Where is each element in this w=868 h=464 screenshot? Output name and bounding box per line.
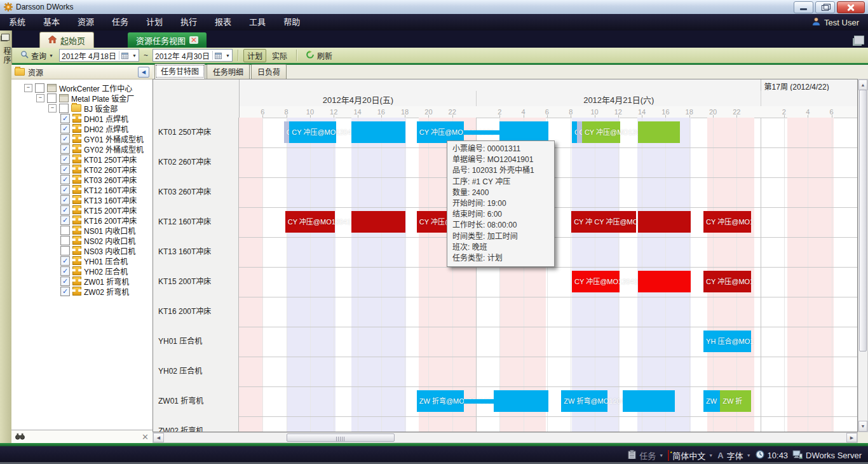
tree-checkbox[interactable]: ✓ — [60, 185, 70, 194]
statusbar-item-clock[interactable]: 10:43 — [756, 450, 789, 461]
gantt-task-bar[interactable]: CY 冲压@MO1 — [703, 211, 751, 233]
tree-item[interactable]: ✓KT03 260T冲床 — [11, 174, 153, 184]
gantt-tab[interactable]: 任务甘特图 — [154, 64, 205, 79]
calendar-icon[interactable] — [119, 51, 130, 60]
tab-resource-task-view[interactable]: 资源任务视图 ✕ — [128, 32, 207, 48]
tree-item[interactable]: −WorkCenter 工作中心 — [11, 83, 153, 93]
tree-checkbox[interactable]: ✓ — [60, 266, 70, 276]
tree-item[interactable]: ✓KT13 160T冲床 — [11, 194, 153, 205]
tree-checkbox[interactable]: ✓ — [60, 175, 70, 184]
gantt-task-bar[interactable]: CY 冲压@MO12041901 — [289, 121, 336, 143]
gantt-task-bar[interactable]: C — [284, 121, 289, 143]
gantt-task-bar[interactable]: ZW 折弯@MO12041901 — [561, 390, 607, 412]
gantt-task-bar[interactable]: CY 冲压@MO12041904 — [285, 211, 335, 233]
tree-checkbox[interactable]: ✓ — [60, 114, 70, 123]
tree-item[interactable]: ✓YH02 压合机 — [11, 266, 153, 276]
gantt-tab[interactable]: 日负荷 — [251, 64, 287, 79]
tree-item[interactable]: ✓GY01 外桶成型机 — [11, 133, 153, 144]
tree-checkbox[interactable] — [60, 236, 70, 245]
tree-checkbox[interactable]: ✓ — [60, 124, 70, 133]
chevron-down-icon[interactable]: ▼ — [709, 453, 713, 458]
gantt-task-bar[interactable]: C — [572, 121, 576, 143]
query-dropdown-icon[interactable]: ▼ — [49, 53, 53, 58]
tree-item[interactable]: ✓KT12 160T冲床 — [11, 184, 153, 194]
menu-item[interactable]: 基本 — [34, 14, 69, 31]
gantt-tab[interactable]: 任务明细 — [207, 64, 250, 79]
menu-item[interactable]: 系统 — [0, 14, 34, 31]
scroll-up-button[interactable]: ▲ — [858, 79, 867, 90]
date-from-dropdown-icon[interactable]: ▼ — [132, 53, 137, 58]
gantt-task-bar[interactable]: CY 冲 CY 冲压@MO12041904 — [571, 211, 636, 233]
tree-item[interactable]: ✓KT01 250T冲床 — [11, 154, 153, 164]
search-close-icon[interactable]: ✕ — [142, 432, 149, 442]
tree-item[interactable]: NS02 内收口机 — [11, 235, 153, 245]
plan-toggle-button[interactable]: 计划 — [243, 49, 266, 62]
gantt-task-bar[interactable]: YH 压合@MO1 — [703, 331, 751, 352]
horizontal-scroll-thumb[interactable] — [287, 433, 395, 442]
scroll-right-button[interactable]: ▶ — [846, 433, 857, 442]
gantt-task-bar[interactable]: ZW — [703, 390, 720, 412]
date-to-field[interactable]: 2012年 4月30日 ▼ — [153, 49, 233, 62]
tree-item[interactable]: ✓DH01 点焊机 — [11, 113, 153, 123]
statusbar-item-server[interactable]: DWorks Server — [792, 450, 862, 461]
tree-expander-icon[interactable]: − — [48, 104, 57, 113]
tree-item[interactable]: ✓KT15 200T冲床 — [11, 205, 153, 215]
tree-checkbox[interactable]: ✓ — [60, 256, 70, 266]
tab-home[interactable]: 起始页 — [39, 32, 94, 48]
tree-item[interactable]: ✓ZW01 折弯机 — [11, 276, 153, 286]
chevron-down-icon[interactable]: ▼ — [659, 453, 663, 458]
horizontal-scrollbar[interactable]: ◀ ▶ — [153, 432, 858, 443]
tree-item[interactable]: ✓ZW02 折弯机 — [11, 286, 153, 296]
vertical-scrollbar[interactable]: ▲ ▼ — [858, 79, 868, 432]
tree-checkbox[interactable]: ✓ — [60, 215, 70, 225]
gantt-task-bar[interactable] — [499, 121, 548, 143]
gantt-task-bar[interactable] — [623, 390, 675, 412]
restore-button[interactable] — [815, 1, 835, 13]
scroll-down-button[interactable]: ▼ — [858, 421, 867, 432]
tree-checkbox[interactable] — [59, 104, 69, 113]
tree-checkbox[interactable]: ✓ — [60, 144, 70, 154]
tree-item[interactable]: ✓YH01 压合机 — [11, 256, 153, 266]
tree-item[interactable]: −BJ 钣金部 — [11, 103, 153, 113]
gantt-task-bar[interactable]: CY 冲压@MO1 — [703, 271, 751, 292]
gantt-task-bar[interactable]: CY 冲压@MO12041901 — [417, 121, 465, 143]
chevron-down-icon[interactable]: ▼ — [747, 453, 751, 458]
menu-item[interactable]: 工具 — [240, 14, 275, 31]
refresh-button[interactable]: 刷新 — [302, 49, 336, 62]
gantt-task-bar[interactable]: C — [577, 121, 582, 143]
tree-item[interactable]: ✓DH02 点焊机 — [11, 123, 153, 133]
gantt-bar-connector[interactable] — [464, 399, 494, 404]
tree-expander-icon[interactable]: − — [36, 94, 44, 102]
statusbar-item-tasks[interactable]: 任务▼ — [628, 449, 663, 461]
tree-checkbox[interactable] — [47, 93, 57, 103]
statusbar-item-font[interactable]: A字体▼ — [717, 449, 750, 461]
actual-toggle-button[interactable]: 实际 — [268, 49, 291, 62]
gantt-task-bar[interactable] — [638, 271, 691, 292]
gantt-task-bar[interactable] — [638, 211, 691, 233]
query-button[interactable]: 查询 ▼ — [17, 49, 57, 62]
menu-item[interactable]: 报表 — [206, 14, 240, 31]
tree-checkbox[interactable]: ✓ — [60, 287, 70, 296]
date-to-dropdown-icon[interactable]: ▼ — [226, 53, 230, 58]
tree-item[interactable]: ✓KT16 200T冲床 — [11, 215, 153, 225]
tab-close-icon[interactable]: ✕ — [189, 36, 198, 44]
gantt-bar-connector[interactable] — [464, 130, 499, 135]
tree-item[interactable]: ✓KT02 260T冲床 — [11, 164, 153, 174]
tree-checkbox[interactable]: ✓ — [60, 195, 70, 205]
gantt-task-bar[interactable] — [351, 121, 405, 143]
tree-checkbox[interactable] — [60, 226, 70, 235]
gantt-task-bar[interactable]: CY 冲压@MO12041902 — [582, 121, 620, 143]
minimize-button[interactable] — [794, 1, 813, 13]
tree-checkbox[interactable]: ✓ — [60, 165, 70, 174]
gantt-task-bar[interactable]: CY 冲压@MO12041903 — [572, 271, 620, 292]
menu-item[interactable]: 执行 — [172, 14, 206, 31]
program-panel-strip[interactable]: 程序 — [0, 31, 12, 443]
statusbar-item-flag[interactable]: 简体中文▼ — [668, 449, 713, 461]
tree-checkbox[interactable]: ✓ — [60, 205, 70, 215]
tree-item[interactable]: NS03 内收口机 — [11, 245, 153, 256]
date-from-field[interactable]: 2012年 4月18日 ▼ — [59, 49, 139, 62]
close-button[interactable] — [837, 1, 865, 13]
menu-item[interactable]: 资源 — [69, 14, 103, 31]
tree-item[interactable]: −Metal Plate 钣金厂 — [11, 93, 153, 103]
tree-item[interactable]: NS01 内收口机 — [11, 225, 153, 235]
